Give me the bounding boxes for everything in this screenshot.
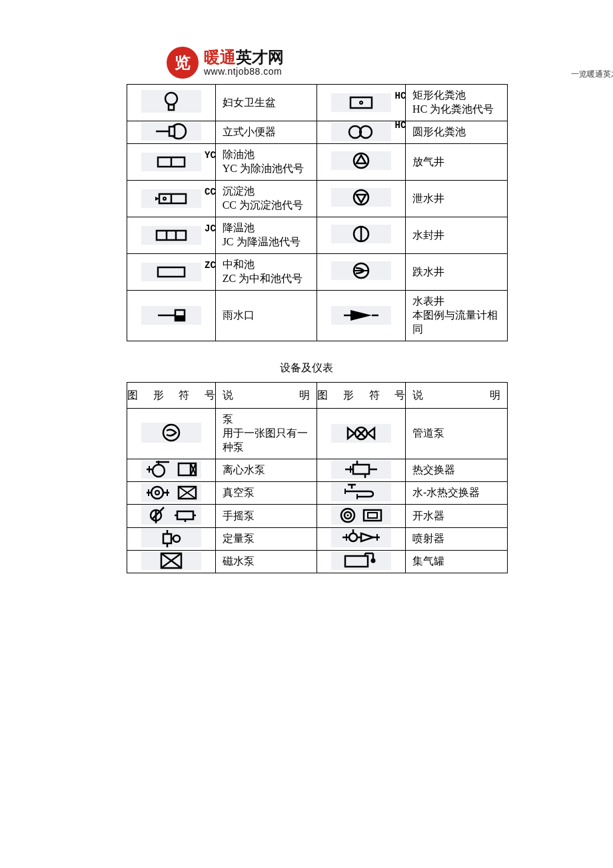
symbol-hand-pump-icon [141, 505, 201, 525]
table-row: 定量泵 喷射器 [127, 528, 508, 551]
table-row: 泵用于一张图只有一种泵 管道泵 [127, 409, 508, 459]
svg-rect-45 [353, 465, 369, 474]
svg-rect-66 [177, 511, 193, 519]
symbol-desc: 水-水热交换器 [406, 482, 508, 505]
table-row: 手摇泵 开水器 [127, 505, 508, 528]
symbol-ejector-icon [331, 529, 391, 547]
symbol-desc: 磁水泵 [215, 551, 317, 573]
symbol-water-heater-icon [331, 506, 391, 525]
header-note: 一览暖通英才网收集，仅共参考 [571, 69, 613, 80]
svg-rect-22 [158, 267, 185, 277]
symbol-desc: 雨水口 [215, 291, 317, 341]
symbol-pump-icon [141, 423, 201, 443]
site-header: 览 暖通英才网 www.ntjob88.com 一览暖通英才网收集，仅共参考 [167, 47, 573, 79]
symbols-table-2: 图 形 符 号 说明 图 形 符 号 说明 泵用于一张图只有一种泵 管道泵 离心… [127, 382, 508, 573]
svg-rect-74 [368, 513, 377, 518]
symbol-round-septic-icon: HC [331, 123, 391, 141]
symbol-drop-well-icon [331, 261, 391, 280]
symbol-pipe-pump-icon [331, 424, 391, 443]
svg-rect-27 [175, 315, 185, 321]
symbol-desc: 立式小便器 [215, 121, 317, 144]
symbol-rain-inlet-icon [141, 306, 201, 325]
svg-point-3 [360, 101, 362, 104]
svg-rect-1 [169, 105, 174, 110]
symbol-vacuum-pump-icon [141, 483, 201, 502]
symbol-desc: 降温池JC 为降温池代号 [215, 217, 317, 254]
symbol-vent-well-icon [331, 151, 391, 170]
svg-rect-73 [364, 510, 381, 521]
svg-point-37 [153, 465, 165, 477]
symbol-settling-tank-icon: CC [141, 189, 201, 208]
symbol-metering-pump-icon [141, 529, 201, 547]
symbol-desc: 泄水井 [406, 181, 508, 217]
symbol-desc: 水封井 [406, 217, 508, 254]
col-header: 说明 [215, 383, 317, 409]
symbol-grease-trap-icon: YC [141, 153, 201, 171]
symbol-desc: 热交换器 [406, 459, 508, 482]
table-header-row: 图 形 符 号 说明 图 形 符 号 说明 [127, 383, 508, 409]
symbol-desc: 喷射器 [406, 528, 508, 551]
symbol-water-seal-well-icon [331, 225, 391, 243]
table-row: 妇女卫生盆 HC 矩形化粪池HC 为化粪池代号 [127, 85, 508, 121]
svg-line-65 [152, 507, 164, 519]
brand-name: 暖通英才网 [204, 49, 284, 66]
symbol-rect-septic-icon: HC [331, 93, 391, 112]
symbol-desc: 圆形化粪池 [406, 121, 508, 144]
table-row: CC 沉淀池CC 为沉淀池代号 泄水井 [127, 181, 508, 217]
symbol-desc: 除油池YC 为除油池代号 [215, 144, 317, 181]
symbol-desc: 泵用于一张图只有一种泵 [215, 409, 317, 459]
svg-point-52 [151, 487, 163, 499]
symbol-desc: 中和池ZC 为中和池代号 [215, 254, 317, 291]
symbol-desc: 集气罐 [406, 551, 508, 573]
symbol-desc: 沉淀池CC 为沉淀池代号 [215, 181, 317, 217]
table-row: 真空泵 水-水热交换器 [127, 482, 508, 505]
symbol-desc: 手摇泵 [215, 505, 317, 528]
table-row: 离心水泵 热交换器 [127, 459, 508, 482]
symbols-table-1: 妇女卫生盆 HC 矩形化粪池HC 为化粪池代号 立式小便器 HC 圆形化粪池 Y… [127, 84, 508, 341]
symbol-desc: 开水器 [406, 505, 508, 528]
symbol-urinal-icon [141, 122, 201, 141]
symbol-desc: 离心水泵 [215, 459, 317, 482]
table-row: 磁水泵 集气罐 [127, 551, 508, 573]
col-header: 图 形 符 号 [127, 383, 216, 409]
svg-point-0 [165, 93, 177, 105]
svg-rect-17 [157, 231, 186, 240]
symbol-magnetic-pump-icon [141, 551, 201, 570]
symbol-neutralization-tank-icon: ZC [141, 263, 201, 281]
symbol-desc: 放气井 [406, 144, 508, 181]
logo-icon: 览 [167, 47, 199, 79]
table-row: 立式小便器 HC 圆形化粪池 [127, 121, 508, 144]
table-row: ZC 中和池ZC 为中和池代号 跌水井 [127, 254, 508, 291]
symbol-desc: 水表井本图例与流量计相同 [406, 291, 508, 341]
symbol-desc: 跌水井 [406, 254, 508, 291]
symbol-air-collector-icon [331, 551, 391, 570]
symbol-centrifugal-pump-icon [141, 460, 201, 479]
svg-point-78 [173, 535, 180, 542]
table-row: JC 降温池JC 为降温池代号 水封井 [127, 217, 508, 254]
symbol-desc: 管道泵 [406, 409, 508, 459]
svg-marker-29 [350, 310, 372, 321]
col-header: 图 形 符 号 [317, 383, 406, 409]
svg-rect-90 [345, 556, 368, 567]
symbol-heat-exchanger-icon [331, 460, 391, 479]
table-row: YC 除油池YC 为除油池代号 放气井 [127, 144, 508, 181]
table-row: 雨水口 水表井本图例与流量计相同 [127, 291, 508, 341]
col-header: 说明 [406, 383, 508, 409]
symbol-desc: 定量泵 [215, 528, 317, 551]
symbol-bidet-icon [141, 90, 201, 113]
section-title: 设备及仪表 [40, 361, 573, 375]
brand-url: www.ntjob88.com [204, 67, 284, 77]
symbol-desc: 矩形化粪池HC 为化粪池代号 [406, 85, 508, 121]
symbol-cooling-tank-icon: JC [141, 226, 201, 245]
symbol-desc: 真空泵 [215, 482, 317, 505]
svg-rect-6 [169, 127, 175, 136]
svg-point-94 [371, 559, 376, 563]
svg-point-72 [347, 515, 349, 517]
symbol-drain-well-icon [331, 188, 391, 207]
svg-point-82 [349, 533, 357, 541]
svg-rect-2 [350, 97, 372, 108]
svg-point-53 [155, 491, 159, 495]
svg-rect-76 [163, 534, 171, 543]
symbol-water-water-hx-icon [331, 483, 391, 501]
svg-point-13 [163, 197, 166, 200]
